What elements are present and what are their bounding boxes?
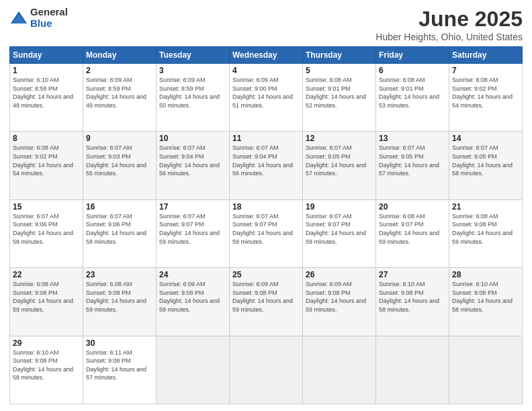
day-info: Sunrise: 6:10 AMSunset: 9:08 PMDaylight:… <box>452 281 513 313</box>
day-info: Sunrise: 6:09 AMSunset: 9:08 PMDaylight:… <box>159 281 220 313</box>
calendar-cell: 20Sunrise: 6:08 AMSunset: 9:07 PMDayligh… <box>376 199 449 267</box>
calendar-cell: 22Sunrise: 6:08 AMSunset: 9:08 PMDayligh… <box>10 268 83 336</box>
calendar-cell: 3Sunrise: 6:09 AMSunset: 8:59 PMDaylight… <box>157 64 230 132</box>
logo: General Blue <box>9 7 68 29</box>
calendar-cell <box>303 336 376 404</box>
day-info: Sunrise: 6:09 AMSunset: 8:59 PMDaylight:… <box>86 77 146 109</box>
calendar-cell: 30Sunrise: 6:11 AMSunset: 9:08 PMDayligh… <box>83 336 157 404</box>
day-number: 15 <box>13 202 80 212</box>
day-info: Sunrise: 6:08 AMSunset: 9:08 PMDaylight:… <box>452 213 513 245</box>
calendar-week-2: 8Sunrise: 6:08 AMSunset: 9:02 PMDaylight… <box>10 132 523 199</box>
day-number: 18 <box>232 202 300 212</box>
calendar-cell: 6Sunrise: 6:08 AMSunset: 9:01 PMDaylight… <box>376 64 449 132</box>
calendar-cell: 11Sunrise: 6:07 AMSunset: 9:04 PMDayligh… <box>230 132 303 199</box>
calendar-cell: 18Sunrise: 6:07 AMSunset: 9:07 PMDayligh… <box>230 199 303 267</box>
header-tuesday: Tuesday <box>157 47 230 64</box>
calendar-cell <box>230 336 303 404</box>
calendar-cell: 23Sunrise: 6:08 AMSunset: 9:08 PMDayligh… <box>83 268 157 336</box>
day-info: Sunrise: 6:08 AMSunset: 9:01 PMDaylight:… <box>306 77 366 109</box>
day-info: Sunrise: 6:10 AMSunset: 8:58 PMDaylight:… <box>13 77 73 109</box>
day-info: Sunrise: 6:08 AMSunset: 9:02 PMDaylight:… <box>452 77 513 109</box>
calendar-cell: 17Sunrise: 6:07 AMSunset: 9:07 PMDayligh… <box>157 199 230 267</box>
calendar-week-1: 1Sunrise: 6:10 AMSunset: 8:58 PMDaylight… <box>10 64 523 132</box>
calendar-cell: 15Sunrise: 6:07 AMSunset: 9:06 PMDayligh… <box>10 199 83 267</box>
calendar-cell: 27Sunrise: 6:10 AMSunset: 9:08 PMDayligh… <box>376 268 449 336</box>
day-info: Sunrise: 6:09 AMSunset: 9:08 PMDaylight:… <box>232 281 293 313</box>
logo-icon <box>9 9 28 28</box>
header-sunday: Sunday <box>10 47 83 64</box>
calendar-cell: 7Sunrise: 6:08 AMSunset: 9:02 PMDaylight… <box>449 64 523 132</box>
day-info: Sunrise: 6:10 AMSunset: 9:08 PMDaylight:… <box>379 281 439 313</box>
calendar-cell: 2Sunrise: 6:09 AMSunset: 8:59 PMDaylight… <box>83 64 157 132</box>
day-number: 8 <box>13 134 80 143</box>
calendar-cell: 19Sunrise: 6:07 AMSunset: 9:07 PMDayligh… <box>303 199 376 267</box>
calendar-cell: 12Sunrise: 6:07 AMSunset: 9:05 PMDayligh… <box>303 132 376 199</box>
day-number: 3 <box>159 66 226 75</box>
day-info: Sunrise: 6:08 AMSunset: 9:07 PMDaylight:… <box>379 213 439 245</box>
day-info: Sunrise: 6:07 AMSunset: 9:06 PMDaylight:… <box>86 213 146 245</box>
calendar-cell: 1Sunrise: 6:10 AMSunset: 8:58 PMDaylight… <box>10 64 83 132</box>
day-number: 9 <box>86 134 153 143</box>
day-info: Sunrise: 6:08 AMSunset: 9:02 PMDaylight:… <box>13 144 73 177</box>
day-number: 24 <box>159 270 226 279</box>
day-number: 16 <box>86 202 153 212</box>
day-number: 1 <box>13 66 80 75</box>
day-number: 13 <box>379 134 446 143</box>
calendar-week-4: 22Sunrise: 6:08 AMSunset: 9:08 PMDayligh… <box>10 268 523 336</box>
logo-general: General <box>30 7 68 18</box>
header-thursday: Thursday <box>303 47 376 64</box>
day-number: 22 <box>13 270 80 279</box>
header-monday: Monday <box>83 47 157 64</box>
day-number: 10 <box>159 134 226 143</box>
day-info: Sunrise: 6:07 AMSunset: 9:04 PMDaylight:… <box>232 144 293 177</box>
title-section: June 2025 Huber Heights, Ohio, United St… <box>375 7 523 42</box>
day-number: 26 <box>306 270 373 279</box>
day-number: 14 <box>452 134 519 143</box>
day-number: 28 <box>452 270 519 279</box>
day-number: 19 <box>306 202 373 212</box>
day-info: Sunrise: 6:07 AMSunset: 9:07 PMDaylight:… <box>159 213 220 245</box>
calendar-body: 1Sunrise: 6:10 AMSunset: 8:58 PMDaylight… <box>10 64 523 404</box>
day-info: Sunrise: 6:07 AMSunset: 9:05 PMDaylight:… <box>306 144 366 177</box>
calendar-cell <box>376 336 449 404</box>
calendar-cell: 21Sunrise: 6:08 AMSunset: 9:08 PMDayligh… <box>449 199 523 267</box>
day-number: 5 <box>306 66 373 75</box>
day-info: Sunrise: 6:07 AMSunset: 9:07 PMDaylight:… <box>306 213 366 245</box>
day-number: 29 <box>13 338 80 348</box>
day-info: Sunrise: 6:09 AMSunset: 9:08 PMDaylight:… <box>306 281 366 313</box>
day-number: 25 <box>232 270 300 279</box>
calendar-cell <box>157 336 230 404</box>
day-number: 23 <box>86 270 153 279</box>
calendar-cell: 5Sunrise: 6:08 AMSunset: 9:01 PMDaylight… <box>303 64 376 132</box>
calendar-table: Sunday Monday Tuesday Wednesday Thursday… <box>9 46 523 404</box>
main-title: June 2025 <box>375 7 523 32</box>
top-section: General Blue June 2025 Huber Heights, Oh… <box>9 7 523 42</box>
day-number: 12 <box>306 134 373 143</box>
day-number: 20 <box>379 202 446 212</box>
calendar-cell: 25Sunrise: 6:09 AMSunset: 9:08 PMDayligh… <box>230 268 303 336</box>
day-info: Sunrise: 6:07 AMSunset: 9:07 PMDaylight:… <box>232 213 293 245</box>
day-number: 27 <box>379 270 446 279</box>
header-wednesday: Wednesday <box>230 47 303 64</box>
day-info: Sunrise: 6:07 AMSunset: 9:05 PMDaylight:… <box>452 144 513 177</box>
day-number: 21 <box>452 202 519 212</box>
day-info: Sunrise: 6:10 AMSunset: 9:08 PMDaylight:… <box>13 349 73 381</box>
day-info: Sunrise: 6:09 AMSunset: 8:59 PMDaylight:… <box>159 77 220 109</box>
day-info: Sunrise: 6:07 AMSunset: 9:05 PMDaylight:… <box>379 144 439 177</box>
calendar-cell: 28Sunrise: 6:10 AMSunset: 9:08 PMDayligh… <box>449 268 523 336</box>
header-row: Sunday Monday Tuesday Wednesday Thursday… <box>10 47 523 64</box>
day-info: Sunrise: 6:07 AMSunset: 9:06 PMDaylight:… <box>13 213 73 245</box>
day-number: 2 <box>86 66 153 75</box>
header-saturday: Saturday <box>449 47 523 64</box>
day-info: Sunrise: 6:07 AMSunset: 9:03 PMDaylight:… <box>86 144 146 177</box>
subtitle: Huber Heights, Ohio, United States <box>375 32 523 42</box>
day-number: 17 <box>159 202 226 212</box>
calendar-week-3: 15Sunrise: 6:07 AMSunset: 9:06 PMDayligh… <box>10 199 523 267</box>
day-number: 6 <box>379 66 446 75</box>
calendar-cell: 26Sunrise: 6:09 AMSunset: 9:08 PMDayligh… <box>303 268 376 336</box>
calendar-cell: 29Sunrise: 6:10 AMSunset: 9:08 PMDayligh… <box>10 336 83 404</box>
page: General Blue June 2025 Huber Heights, Oh… <box>0 0 532 411</box>
day-number: 30 <box>86 338 153 348</box>
header-friday: Friday <box>376 47 449 64</box>
calendar-cell: 16Sunrise: 6:07 AMSunset: 9:06 PMDayligh… <box>83 199 157 267</box>
